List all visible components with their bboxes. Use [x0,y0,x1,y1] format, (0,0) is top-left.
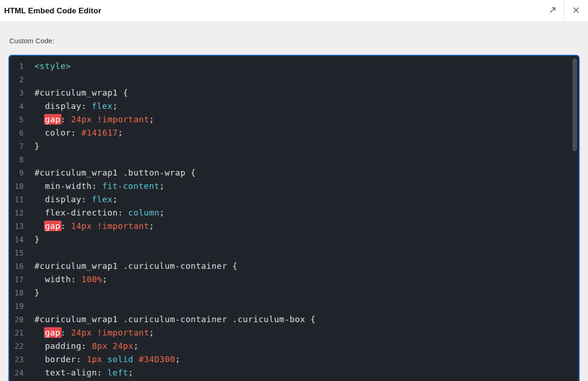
code-token: flex [92,194,113,204]
line-number: 19 [9,300,24,313]
code-token: !important [97,221,149,231]
code-line-content: gap: 24px !important; [34,328,154,337]
scrollbar-thumb[interactable] [572,58,577,151]
expand-button[interactable] [542,0,564,22]
code-token: ; [118,128,123,137]
code-token: #curiculum_wrap1 .curiculum-container { [34,261,237,271]
search-match-highlight: gap [44,327,62,338]
code-line: 8 [9,153,579,166]
code-line: 1<style> [9,59,579,73]
code-token: color: [34,128,81,137]
code-token [92,221,97,231]
code-editor[interactable]: 1<style>23#curiculum_wrap1 {4 display: f… [8,55,580,381]
close-button[interactable] [564,0,588,22]
code-line: 18} [9,286,579,299]
code-token: 24px [113,341,133,351]
code-token: ; [149,114,154,124]
code-token: padding: [34,341,92,351]
code-token: : [61,328,71,337]
line-number: 17 [9,273,24,286]
code-token [107,341,113,351]
code-token: min-width: [34,181,102,191]
line-number: 21 [9,326,24,340]
header-actions [542,0,588,22]
line-number: 14 [9,233,24,246]
code-line: 16#curiculum_wrap1 .curiculum-container … [9,259,579,273]
code-token: #34D300 [139,354,175,364]
line-number: 12 [9,206,24,220]
code-line: 23 border: 1px solid #34D300; [9,353,579,366]
code-token: flex-direction: [34,208,128,217]
code-line-content: padding: 8px 24px; [34,341,139,351]
code-token: text-align: [34,368,107,377]
code-token: display: [34,101,92,111]
code-line: 24 text-align: left; [9,366,579,379]
code-line-content: #curiculum_wrap1 { [34,88,128,97]
line-number: 1 [9,60,24,73]
code-line-content: text-align: left; [34,368,133,377]
code-token [92,328,97,337]
code-token: 24px [71,114,91,124]
code-token [133,354,138,364]
code-line-content: gap: 14px !important; [34,221,154,231]
code-line: 10 min-width: fit-content; [9,179,579,193]
code-line-content: #curiculum_wrap1 .curiculum-container { [34,261,237,271]
line-number: 18 [9,286,24,300]
window-title: HTML Embed Code Editor [4,6,102,16]
line-number: 3 [9,86,24,100]
line-number: 13 [9,220,24,233]
code-line: 22 padding: 8px 24px; [9,339,579,353]
code-token: : [61,114,71,124]
code-line-content: flex-direction: column; [34,208,164,217]
code-token: } [34,141,40,151]
code-line: 21 gap: 24px !important; [9,326,579,339]
code-line-content: gap: 24px !important; [34,114,154,124]
code-token: ; [102,274,107,284]
line-number: 10 [9,180,24,193]
code-line: 5 gap: 24px !important; [9,113,579,126]
line-number: 6 [9,126,24,140]
code-token [34,221,45,231]
code-line: 9#curiculum_wrap1 .button-wrap { [9,166,579,179]
code-line: 17 width: 100%; [9,273,579,286]
code-line-content: color: #141617; [34,128,123,137]
code-line: 11 display: flex; [9,193,579,206]
code-token [34,328,45,337]
code-line: 14} [9,233,579,246]
line-number: 2 [9,73,24,86]
code-token [102,354,107,364]
close-icon [572,6,580,15]
code-token: flex [92,101,113,111]
code-line: 19 [9,299,579,313]
code-line-content: border: 1px solid #34D300; [34,354,180,364]
code-token: border: [34,354,86,364]
line-number: 22 [9,340,24,353]
code-token: } [34,234,40,244]
line-number: 5 [9,113,24,126]
code-token: solid [107,354,134,364]
code-token: column [128,208,159,217]
code-line: 6 color: #141617; [9,126,579,139]
code-token: ; [113,194,118,204]
code-line-content: } [34,288,40,297]
code-token: !important [97,114,149,124]
line-number: 16 [9,260,24,273]
code-token: ; [133,341,138,351]
code-token: 24px [71,328,91,337]
line-number: 20 [9,313,24,326]
code-line: 12 flex-direction: column; [9,206,579,219]
code-line-content: <style> [34,61,71,71]
code-line-content: } [34,141,40,151]
code-line-content: display: flex; [34,101,118,111]
code-token: ; [113,101,118,111]
code-token: ; [175,354,180,364]
code-token: display: [34,194,92,204]
code-line: 15 [9,246,579,259]
line-number: 11 [9,193,24,206]
code-token: <style> [34,61,71,71]
code-token: width: [34,274,81,284]
code-token [92,114,97,124]
expand-icon [548,6,557,16]
code-token: ; [128,368,133,377]
dialog-body: Custom Code: 1<style>23#curiculum_wrap1 … [0,37,588,381]
